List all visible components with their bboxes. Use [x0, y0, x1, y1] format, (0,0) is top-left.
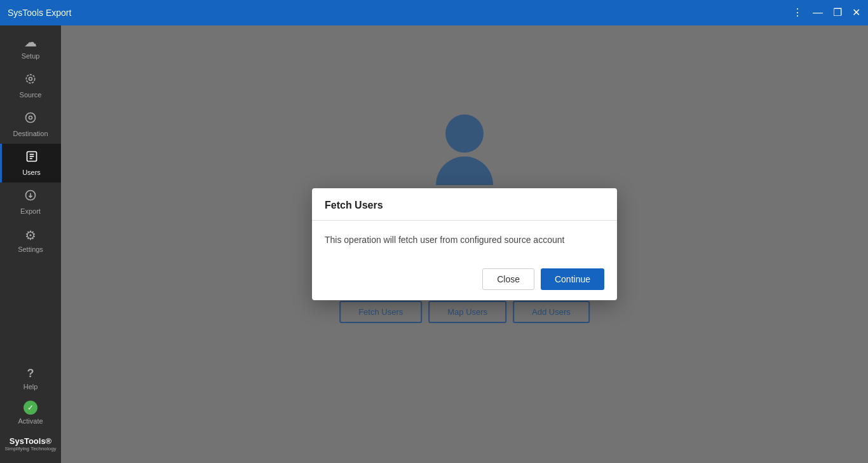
- sidebar-item-label: Settings: [18, 245, 43, 253]
- modal-continue-button[interactable]: Continue: [541, 268, 604, 290]
- users-icon: [25, 150, 38, 166]
- modal-footer: Close Continue: [312, 262, 617, 300]
- modal-body: This operation will fetch user from conf…: [312, 221, 617, 262]
- svg-point-1: [26, 74, 34, 83]
- sidebar-item-settings[interactable]: ⚙ Settings: [0, 221, 61, 259]
- sidebar-item-label: Export: [20, 207, 41, 215]
- cloud-icon: ☁: [24, 34, 37, 50]
- svg-point-2: [29, 116, 32, 120]
- svg-point-3: [26, 113, 36, 123]
- maximize-button[interactable]: ❐: [833, 8, 842, 18]
- brand-tagline: Simplifying Technology: [4, 446, 56, 452]
- sidebar-bottom: ? Help ✓ Activate SysTools® Simplifying …: [0, 362, 61, 463]
- title-bar-controls: ⋮ — ❐ ✕: [792, 8, 860, 18]
- fetch-users-modal: Fetch Users This operation will fetch us…: [312, 188, 617, 300]
- sidebar-item-setup[interactable]: ☁ Setup: [0, 28, 61, 66]
- sidebar-item-help[interactable]: ? Help: [0, 362, 61, 396]
- source-icon: [24, 73, 37, 88]
- sidebar-item-label: Setup: [22, 52, 40, 60]
- modal-overlay: Fetch Users This operation will fetch us…: [61, 25, 868, 463]
- sidebar-item-label: Source: [20, 91, 42, 99]
- app-title: SysTools Export: [8, 8, 71, 18]
- sidebar-item-destination[interactable]: Destination: [0, 105, 61, 144]
- sidebar-item-label: Activate: [18, 417, 43, 425]
- brand: SysTools® Simplifying Technology: [2, 430, 58, 458]
- app-container: ☁ Setup Source Destination: [0, 25, 868, 463]
- settings-icon: ⚙: [25, 228, 36, 243]
- modal-close-button[interactable]: Close: [482, 268, 534, 290]
- sidebar-item-label: Destination: [13, 130, 48, 137]
- main-content: Fetch Users Map Users Add Users Fetch Us…: [61, 25, 868, 463]
- title-bar: SysTools Export ⋮ — ❐ ✕: [0, 0, 868, 25]
- destination-icon: [24, 111, 37, 127]
- help-icon: ?: [27, 367, 34, 380]
- brand-name: SysTools®: [4, 436, 56, 446]
- title-bar-left: SysTools Export: [8, 8, 71, 18]
- minimize-button[interactable]: —: [813, 8, 823, 18]
- export-icon: [24, 189, 37, 205]
- close-button[interactable]: ✕: [852, 8, 860, 18]
- modal-title: Fetch Users: [312, 188, 617, 221]
- sidebar-item-export[interactable]: Export: [0, 183, 61, 221]
- sidebar-item-activate[interactable]: ✓ Activate: [0, 396, 61, 430]
- svg-point-0: [29, 78, 32, 81]
- sidebar-item-users[interactable]: Users: [0, 144, 61, 183]
- sidebar-item-label: Users: [22, 169, 41, 176]
- sidebar-item-source[interactable]: Source: [0, 66, 61, 105]
- sidebar: ☁ Setup Source Destination: [0, 25, 61, 463]
- activate-icon: ✓: [24, 401, 37, 415]
- sidebar-item-label: Help: [24, 383, 38, 390]
- menu-button[interactable]: ⋮: [792, 8, 803, 18]
